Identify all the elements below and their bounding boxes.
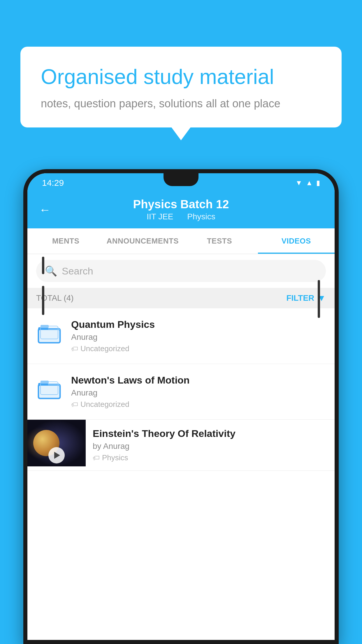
speech-bubble-card: Organised study material notes, question… (20, 47, 342, 127)
svg-rect-7 (39, 385, 60, 398)
app-header: ← Physics Batch 12 IIT JEE Physics (27, 191, 335, 228)
video-thumbnail (27, 420, 86, 466)
content-list: Quantum Physics Anurag 🏷 Uncategorized (27, 308, 335, 640)
search-container: 🔍 Search (27, 254, 335, 288)
item-icon-container (36, 319, 62, 348)
folder-icon (38, 377, 61, 401)
phone-frame: 14:29 ▼ ▲ ▮ ← Physics Batch 12 IIT JEE P… (23, 169, 339, 644)
search-bar[interactable]: 🔍 Search (36, 260, 326, 282)
status-time: 14:29 (42, 178, 64, 188)
volume-down-button (42, 286, 44, 315)
item-content: Einstein's Theory Of Relativity by Anura… (86, 420, 326, 470)
header-subtitle: IIT JEE Physics (144, 212, 218, 221)
list-item[interactable]: Einstein's Theory Of Relativity by Anura… (27, 420, 335, 471)
volume-up-button (42, 257, 44, 274)
tab-ments[interactable]: MENTS (27, 228, 104, 254)
status-icons: ▼ ▲ ▮ (295, 179, 320, 187)
tag-icon: 🏷 (71, 400, 78, 409)
tag-icon: 🏷 (93, 454, 100, 462)
item-author: by Anurag (93, 442, 326, 451)
item-title: Newton's Laws of Motion (71, 374, 326, 386)
battery-icon: ▮ (316, 179, 320, 187)
svg-rect-4 (41, 325, 49, 328)
item-author: Anurag (71, 388, 326, 398)
svg-rect-9 (41, 381, 49, 384)
item-tag: 🏷 Uncategorized (71, 400, 326, 409)
tab-videos[interactable]: VIDEOS (258, 228, 335, 254)
header-course: IIT JEE (147, 212, 173, 221)
item-title: Quantum Physics (71, 319, 326, 330)
filter-row: TOTAL (4) FILTER ▼ (27, 288, 335, 308)
item-tag: 🏷 Physics (93, 453, 326, 462)
header-title: Physics Batch 12 (133, 198, 229, 211)
phone-screen: 14:29 ▼ ▲ ▮ ← Physics Batch 12 IIT JEE P… (27, 173, 335, 640)
header-subject: Physics (187, 212, 215, 221)
signal-icon: ▲ (306, 179, 313, 187)
item-tag: 🏷 Uncategorized (71, 344, 326, 353)
item-title: Einstein's Theory Of Relativity (93, 428, 326, 439)
item-content: Quantum Physics Anurag 🏷 Uncategorized (71, 319, 326, 353)
filter-label: FILTER (286, 293, 314, 303)
back-button[interactable]: ← (39, 203, 51, 216)
bubble-title: Organised study material (41, 64, 321, 89)
status-bar: 14:29 ▼ ▲ ▮ (27, 173, 335, 191)
item-author: Anurag (71, 332, 326, 342)
search-input[interactable]: Search (62, 265, 93, 277)
list-item[interactable]: Quantum Physics Anurag 🏷 Uncategorized (27, 308, 335, 364)
item-content: Newton's Laws of Motion Anurag 🏷 Uncateg… (71, 374, 326, 409)
tab-announcements[interactable]: ANNOUNCEMENTS (104, 228, 181, 254)
power-button (318, 280, 320, 318)
notch (164, 173, 198, 186)
tag-icon: 🏷 (71, 345, 78, 353)
item-icon-container (36, 374, 62, 404)
svg-rect-2 (39, 330, 60, 342)
tab-tests[interactable]: TESTS (181, 228, 258, 254)
search-icon: 🔍 (45, 265, 57, 277)
wifi-icon: ▼ (295, 179, 302, 187)
bubble-subtitle: notes, question papers, solutions all at… (41, 97, 321, 110)
play-button[interactable] (48, 447, 65, 463)
play-icon (54, 452, 60, 459)
tab-bar: MENTS ANNOUNCEMENTS TESTS VIDEOS (27, 228, 335, 254)
folder-icon (38, 322, 61, 345)
list-item[interactable]: Newton's Laws of Motion Anurag 🏷 Uncateg… (27, 364, 335, 420)
